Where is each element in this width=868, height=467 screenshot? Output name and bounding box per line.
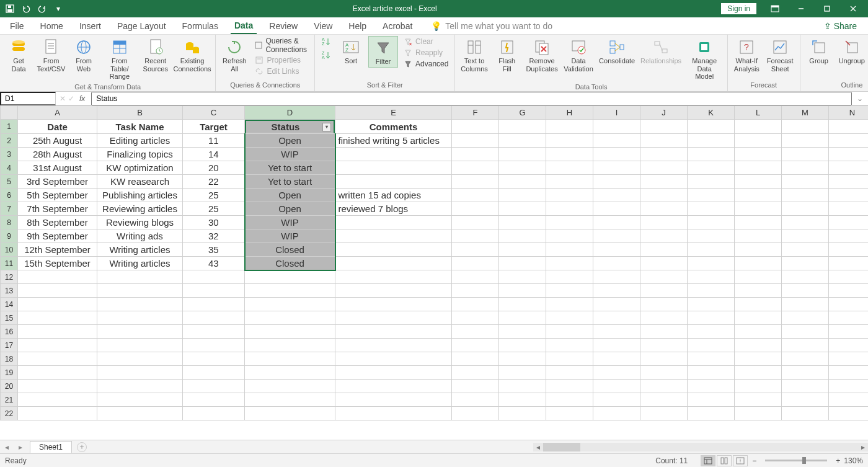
cell-D7[interactable]: Open <box>245 202 335 216</box>
cell-I6[interactable] <box>593 189 640 202</box>
cell-M4[interactable] <box>782 161 829 175</box>
cell-C17[interactable] <box>183 339 245 352</box>
cell-A7[interactable]: 7th September <box>18 202 97 216</box>
sort-za-button[interactable]: ZA <box>319 50 334 61</box>
cell-C11[interactable]: 43 <box>183 257 245 270</box>
cell-K10[interactable] <box>688 243 735 257</box>
cell-I9[interactable] <box>593 229 640 243</box>
cell-J10[interactable] <box>640 243 688 257</box>
cell-H6[interactable] <box>546 189 593 202</box>
cell-L6[interactable] <box>735 189 782 202</box>
row-header-11[interactable]: 11 <box>1 257 18 270</box>
cell-H11[interactable] <box>546 257 593 270</box>
cell-D4[interactable]: Yet to start <box>245 161 335 175</box>
cell-M9[interactable] <box>782 229 829 243</box>
cell-J8[interactable] <box>640 216 688 229</box>
row-header-5[interactable]: 5 <box>1 175 18 189</box>
scroll-right-icon[interactable]: ▸ <box>858 443 868 451</box>
cell-H8[interactable] <box>546 216 593 229</box>
cell-A3[interactable]: 28th August <box>18 148 97 161</box>
cell-G10[interactable] <box>499 243 546 257</box>
cell-G9[interactable] <box>499 229 546 243</box>
cell-C1[interactable]: Target <box>183 120 245 134</box>
cell-B16[interactable] <box>97 325 183 339</box>
filter-button[interactable]: Filter <box>368 36 398 68</box>
cell-B11[interactable]: Writing articles <box>97 257 183 270</box>
cell-H21[interactable] <box>546 393 593 407</box>
cell-A10[interactable]: 12th September <box>18 243 97 257</box>
cell-B3[interactable]: Finalizing topics <box>97 148 183 161</box>
cell-H7[interactable] <box>546 202 593 216</box>
cell-E2[interactable]: finished writing 5 articles <box>335 134 452 148</box>
cell-J21[interactable] <box>640 393 688 407</box>
col-header-A[interactable]: A <box>18 106 97 120</box>
col-header-C[interactable]: C <box>183 106 245 120</box>
cell-B22[interactable] <box>97 407 183 420</box>
cell-D18[interactable] <box>245 352 335 366</box>
cell-F17[interactable] <box>452 339 499 352</box>
cell-L2[interactable] <box>735 134 782 148</box>
cell-A19[interactable] <box>18 366 97 380</box>
confirm-formula-icon[interactable]: ✓ <box>68 94 74 103</box>
sheet-tab-sheet1[interactable]: Sheet1 <box>30 441 72 453</box>
cell-E1[interactable]: Comments <box>335 120 452 134</box>
zoom-slider[interactable] <box>765 460 827 461</box>
cell-I1[interactable] <box>593 120 640 134</box>
sheet-nav-next[interactable]: ▸ <box>14 443 27 451</box>
cell-C4[interactable]: 20 <box>183 161 245 175</box>
cell-H15[interactable] <box>546 311 593 325</box>
cell-H16[interactable] <box>546 325 593 339</box>
row-header-4[interactable]: 4 <box>1 161 18 175</box>
cell-A17[interactable] <box>18 339 97 352</box>
cell-D22[interactable] <box>245 407 335 420</box>
cell-F6[interactable] <box>452 189 499 202</box>
horizontal-scrollbar[interactable]: ◂ ▸ <box>533 443 868 451</box>
cell-M6[interactable] <box>782 189 829 202</box>
cell-L7[interactable] <box>735 202 782 216</box>
cell-M8[interactable] <box>782 216 829 229</box>
cell-L10[interactable] <box>735 243 782 257</box>
cell-F9[interactable] <box>452 229 499 243</box>
cell-K14[interactable] <box>688 298 735 311</box>
cell-M12[interactable] <box>782 270 829 284</box>
tab-review[interactable]: Review <box>265 19 301 33</box>
scroll-left-icon[interactable]: ◂ <box>533 443 543 451</box>
cell-L1[interactable] <box>735 120 782 134</box>
cell-G20[interactable] <box>499 380 546 393</box>
cell-N7[interactable] <box>829 202 869 216</box>
cell-J14[interactable] <box>640 298 688 311</box>
cell-F18[interactable] <box>452 352 499 366</box>
cell-B10[interactable]: Writing articles <box>97 243 183 257</box>
cell-H10[interactable] <box>546 243 593 257</box>
cell-J7[interactable] <box>640 202 688 216</box>
cell-L16[interactable] <box>735 325 782 339</box>
cell-G13[interactable] <box>499 284 546 298</box>
cell-F3[interactable] <box>452 148 499 161</box>
cell-F11[interactable] <box>452 257 499 270</box>
cell-E7[interactable]: reviewed 7 blogs <box>335 202 452 216</box>
cell-D9[interactable]: WIP <box>245 229 335 243</box>
cell-E13[interactable] <box>335 284 452 298</box>
cell-L14[interactable] <box>735 298 782 311</box>
qat-customize-icon[interactable]: ▾ <box>52 2 64 15</box>
scroll-thumb[interactable] <box>543 443 580 451</box>
cell-C13[interactable] <box>183 284 245 298</box>
tab-view[interactable]: View <box>310 19 336 33</box>
existing-connections-button[interactable]: ExistingConnections <box>173 36 212 74</box>
cell-E8[interactable] <box>335 216 452 229</box>
cell-C15[interactable] <box>183 311 245 325</box>
cell-N11[interactable] <box>829 257 869 270</box>
cell-A15[interactable] <box>18 311 97 325</box>
col-header-J[interactable]: J <box>640 106 688 120</box>
cell-B17[interactable] <box>97 339 183 352</box>
col-header-F[interactable]: F <box>452 106 499 120</box>
cell-N13[interactable] <box>829 284 869 298</box>
cell-I22[interactable] <box>593 407 640 420</box>
sign-in-button[interactable]: Sign in <box>721 3 756 14</box>
cell-L13[interactable] <box>735 284 782 298</box>
share-button[interactable]: ⇪ Share <box>819 21 862 31</box>
name-box[interactable] <box>0 92 56 105</box>
zoom-in-button[interactable]: + <box>836 456 840 465</box>
row-header-16[interactable]: 16 <box>1 325 18 339</box>
cell-H1[interactable] <box>546 120 593 134</box>
